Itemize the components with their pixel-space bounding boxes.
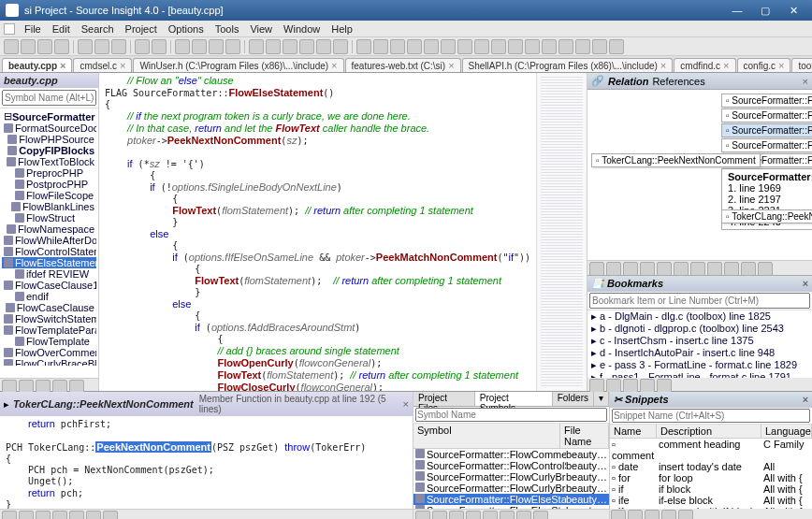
bookmark-item[interactable]: ▸ f - pass1 - FormatLine - format.c line…	[587, 371, 812, 378]
toolbar-button[interactable]	[609, 39, 624, 54]
file-tab[interactable]: WinUser.h (C:\Program Files (x86)\...\in…	[133, 58, 343, 72]
symbol-row[interactable]: SourceFormatter::FlowCommentsAndNewLineb…	[413, 449, 609, 460]
relation-node[interactable]: ▫ SourceFormatter::FlowStruct	[721, 123, 812, 137]
toolbar-button[interactable]	[21, 39, 36, 54]
tree-node[interactable]: FlowBlankLines	[2, 201, 96, 212]
tree-node[interactable]: FlowNamespace	[2, 223, 96, 235]
toolbar-button[interactable]	[283, 39, 297, 54]
tree-node[interactable]: FlowSwitchStateme…	[2, 313, 96, 324]
toolbar-button[interactable]	[249, 39, 264, 54]
tree-node[interactable]: FlowOverComment	[2, 347, 96, 358]
toolbar-button[interactable]	[316, 39, 331, 54]
toolbar-button[interactable]	[19, 511, 34, 519]
snippet-filter-input[interactable]	[612, 409, 810, 423]
symbol-tree[interactable]: ⊟ SourceFormatter FormatSourceDocFlowPHP…	[0, 108, 98, 378]
tree-node[interactable]: FlowElseStatement	[2, 257, 96, 268]
tree-node[interactable]: FlowTemplate	[2, 336, 96, 347]
toolbar-button[interactable]	[54, 39, 69, 54]
toolbar-button[interactable]	[474, 39, 489, 54]
relation-node[interactable]: ▫ SourceFormatter::FlowSwitchStatement	[721, 138, 812, 152]
menu-edit[interactable]: Edit	[47, 23, 76, 35]
menu-tools[interactable]: Tools	[210, 23, 245, 35]
menu-project[interactable]: Project	[120, 23, 163, 35]
toolbar-button[interactable]	[611, 510, 626, 519]
file-tab[interactable]: toolbar.c (toolbox)×	[791, 58, 812, 72]
tree-node[interactable]: FlowTemplateParam…	[2, 324, 96, 336]
col-name[interactable]: Name	[610, 425, 657, 438]
symbol-search-input[interactable]	[415, 408, 607, 422]
relation-node[interactable]: ▫ TokerCLang::PeekNextNonComment	[721, 209, 812, 223]
close-tab-icon[interactable]: ×	[778, 60, 784, 71]
relation-node[interactable]: ▫ TokerCLang::PeekNextNonComment	[591, 153, 761, 167]
tree-node[interactable]: FlowCurlyBraceBlock	[2, 358, 96, 366]
col-filename[interactable]: File Name	[560, 424, 609, 448]
relation-node[interactable]: ▫ SourceFormatter::FlowControlStatemen	[721, 94, 812, 108]
minimap[interactable]	[536, 73, 587, 391]
toolbar-button[interactable]	[457, 39, 472, 54]
toolbar-button[interactable]	[52, 511, 67, 519]
minimize-button[interactable]: —	[724, 2, 750, 19]
symbol-row[interactable]: SourceFormatter::FlowCurlyBraceBlockbeau…	[413, 483, 609, 494]
close-icon[interactable]: ×	[803, 394, 808, 406]
close-tab-icon[interactable]: ×	[448, 60, 454, 71]
close-icon[interactable]: ×	[803, 278, 808, 290]
toolbar-button[interactable]	[449, 511, 464, 519]
toolbar-button[interactable]	[491, 39, 506, 54]
col-description[interactable]: Description	[657, 425, 761, 438]
system-menu-icon[interactable]	[4, 23, 15, 35]
toolbar-button[interactable]	[37, 39, 52, 54]
menu-search[interactable]: Search	[76, 23, 120, 35]
toolbar-button[interactable]	[111, 39, 126, 54]
toolbar-button[interactable]	[432, 511, 447, 519]
toolbar-button[interactable]	[542, 39, 557, 54]
code-editor[interactable]: // Flow an "else" clause FLAG SourceForm…	[99, 73, 587, 391]
toolbar-button[interactable]	[678, 510, 693, 519]
toolbar-button[interactable]	[175, 39, 190, 54]
toolbar-button[interactable]	[86, 511, 101, 519]
symbol-row[interactable]: SourceFormatter::FlowCurlyBraceBlockbeau…	[413, 471, 609, 483]
toolbar-button[interactable]	[152, 39, 167, 54]
snippet-row[interactable]: ▫ dateinsert today's dateAll	[610, 461, 812, 472]
toolbar-button[interactable]	[373, 39, 388, 54]
toolbar-button[interactable]	[645, 510, 660, 519]
toolbar-button[interactable]	[483, 511, 498, 519]
tab-project-files[interactable]: Project Files	[413, 392, 475, 406]
bookmark-item[interactable]: ▸ d - InsertIchAutoPair - insert.c line …	[587, 347, 812, 359]
file-tab[interactable]: ShellAPI.h (C:\Program Files (x86)\...\i…	[462, 58, 674, 72]
toolbar-button[interactable]	[500, 511, 515, 519]
toolbar-button[interactable]	[94, 39, 109, 54]
menu-view[interactable]: View	[244, 23, 278, 35]
tree-node[interactable]: FlowCaseClause	[2, 302, 96, 313]
bookmark-filter-input[interactable]	[589, 293, 810, 309]
file-tab[interactable]: cmdfind.c×	[674, 58, 735, 72]
context-code[interactable]: return pchFirst; PCH TokerCLang::PeekNex…	[0, 416, 413, 509]
toolbar-button[interactable]	[516, 511, 531, 519]
toolbar-button[interactable]	[525, 39, 540, 54]
file-tab[interactable]: features-web.txt (C:\si)×	[345, 58, 461, 72]
file-tab[interactable]: cmdsel.c×	[73, 58, 132, 72]
toolbar-button[interactable]	[441, 39, 456, 54]
tree-node[interactable]: FormatSourceDoc	[2, 123, 96, 134]
toolbar-button[interactable]	[69, 511, 84, 519]
toolbar-button[interactable]	[424, 39, 439, 54]
toolbar-button[interactable]	[225, 39, 240, 54]
tree-node[interactable]: PostprocPHP	[2, 179, 96, 190]
file-tab[interactable]: config.c×	[737, 58, 791, 72]
relation-node[interactable]: ▫ SourceFormatter::FlowElseStatement	[721, 108, 812, 123]
menu-window[interactable]: Window	[278, 23, 326, 35]
symbol-list[interactable]: SourceFormatter::FlowCommentsAndNewLineb…	[413, 449, 609, 509]
tree-node[interactable]: ifdef REVIEW	[2, 268, 96, 280]
snippet-row[interactable]: ▫ commentcomment headingC Family	[610, 439, 812, 461]
file-tab[interactable]: beauty.cpp×	[2, 58, 72, 72]
tree-node[interactable]: FlowTextToBlock	[2, 156, 96, 167]
relation-graph[interactable]: SourceFormatter::FlowText 1. line 1969 2…	[587, 90, 812, 260]
toolbar-button[interactable]	[333, 39, 348, 54]
symbol-filter-input[interactable]	[2, 90, 96, 106]
toolbar-button[interactable]	[266, 39, 281, 54]
snippet-row[interactable]: ▫ forfor loopAll with {	[610, 472, 812, 483]
close-tab-icon[interactable]: ×	[660, 60, 666, 71]
toolbar-button[interactable]	[533, 511, 548, 519]
toolbar-button[interactable]	[209, 39, 224, 54]
menu-help[interactable]: Help	[326, 23, 358, 35]
close-button[interactable]: ✕	[780, 2, 806, 19]
